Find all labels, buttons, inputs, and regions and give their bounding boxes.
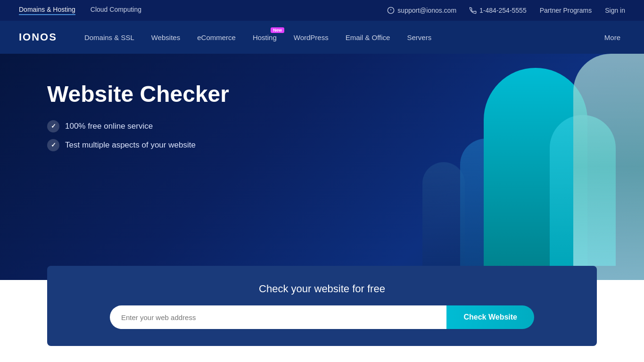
phone-number: 1-484-254-5555 bbox=[479, 7, 527, 14]
support-email: support@ionos.com bbox=[397, 7, 456, 14]
hero-shapes bbox=[314, 54, 644, 280]
hero-feature-2: Test multiple aspects of your website bbox=[47, 139, 330, 151]
checker-box: Check your website for free Check Websit… bbox=[47, 266, 597, 346]
hero-content: Website Checker 100% free online service… bbox=[47, 82, 330, 151]
sign-in-link[interactable]: Sign in bbox=[605, 7, 625, 14]
top-bar-right: support@ionos.com 1-484-254-5555 Partner… bbox=[387, 7, 625, 14]
hero-section: Website Checker 100% free online service… bbox=[0, 54, 644, 280]
hero-feature-2-text: Test multiple aspects of your website bbox=[65, 140, 196, 150]
nav-items: Domains & SSL Websites eCommerce Hosting… bbox=[76, 21, 600, 54]
new-badge: New bbox=[271, 27, 284, 33]
nav-item-wordpress[interactable]: WordPress bbox=[285, 21, 337, 54]
hero-feature-1: 100% free online service bbox=[47, 120, 330, 132]
check-icon-1 bbox=[47, 120, 59, 132]
hero-feature-1-text: 100% free online service bbox=[65, 122, 153, 131]
support-icon bbox=[387, 7, 395, 14]
shape-blue-dark bbox=[422, 162, 465, 275]
top-bar-nav: Domains & Hosting Cloud Computing bbox=[19, 6, 141, 15]
nav-item-email-office[interactable]: Email & Office bbox=[337, 21, 399, 54]
topnav-domains-hosting[interactable]: Domains & Hosting bbox=[19, 6, 75, 15]
main-nav: IONOS Domains & SSL Websites eCommerce H… bbox=[0, 21, 644, 54]
nav-item-domains[interactable]: Domains & SSL bbox=[76, 21, 143, 54]
phone-icon bbox=[470, 7, 477, 14]
nav-item-servers[interactable]: Servers bbox=[398, 21, 440, 54]
topnav-cloud-computing[interactable]: Cloud Computing bbox=[91, 6, 141, 15]
checker-title: Check your website for free bbox=[75, 283, 569, 295]
nav-item-ecommerce[interactable]: eCommerce bbox=[189, 21, 244, 54]
nav-item-hosting[interactable]: Hosting New bbox=[244, 21, 285, 54]
url-input[interactable] bbox=[110, 305, 446, 329]
check-icon-2 bbox=[47, 139, 59, 151]
check-website-button[interactable]: Check Website bbox=[446, 305, 534, 329]
nav-item-websites[interactable]: Websites bbox=[143, 21, 189, 54]
phone-contact[interactable]: 1-484-254-5555 bbox=[470, 7, 527, 14]
logo[interactable]: IONOS bbox=[19, 31, 57, 43]
hero-title: Website Checker bbox=[47, 82, 330, 107]
shape-right-edge bbox=[573, 54, 644, 280]
checker-form: Check Website bbox=[110, 305, 534, 329]
top-bar: Domains & Hosting Cloud Computing suppor… bbox=[0, 0, 644, 21]
bottom-section: Is your website fully optimized? bbox=[0, 346, 644, 362]
nav-more[interactable]: More bbox=[600, 33, 625, 41]
partner-programs-link[interactable]: Partner Programs bbox=[540, 7, 592, 14]
support-contact[interactable]: support@ionos.com bbox=[387, 7, 456, 14]
